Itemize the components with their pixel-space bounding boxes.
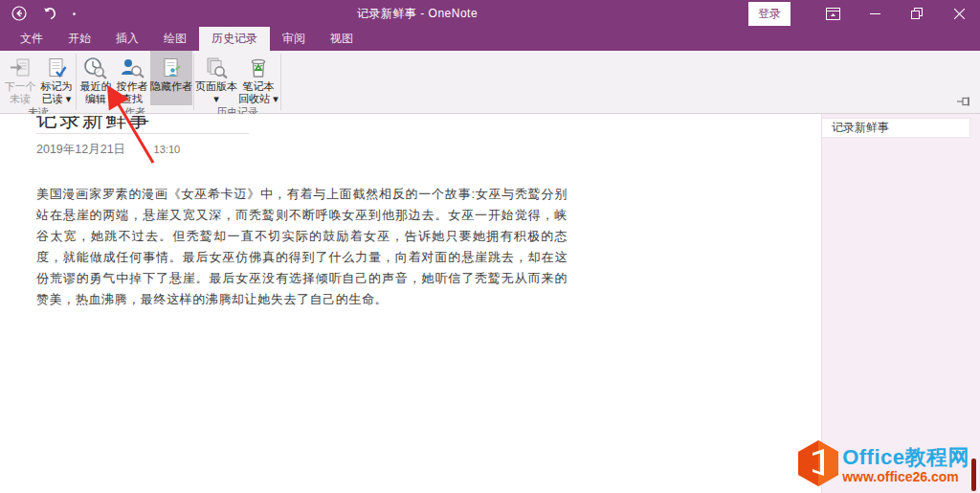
notebook-recycle-bin-icon <box>247 55 270 80</box>
undo-icon[interactable] <box>42 7 57 20</box>
ribbon-display-options-icon[interactable] <box>812 0 854 27</box>
watermark-bar <box>971 459 976 491</box>
recent-edits-icon <box>83 55 108 80</box>
back-icon[interactable] <box>11 6 27 21</box>
find-by-author-button[interactable]: 按作者 查找 <box>114 51 150 105</box>
watermark: Office教程网 www.office26.com <box>796 439 976 491</box>
button-label: 查找 <box>122 93 143 105</box>
group-separator <box>280 54 281 110</box>
customize-quick-access-icon[interactable] <box>73 12 76 15</box>
next-unread-button: 下一个 未读 <box>2 51 38 105</box>
note-body-text[interactable]: 美国漫画家罗素的漫画《女巫希卡迈》中，有着与上面截然相反的一个故事:女巫与秃鹫分… <box>36 184 568 310</box>
page-date: 2019年12月21日 <box>36 143 125 156</box>
workspace: 记录新鲜事 2019年12月21日 13:10 美国漫画家罗素的漫画《女巫希卡迈… <box>0 114 980 493</box>
button-label: 未读 <box>10 93 31 105</box>
tab-insert[interactable]: 插入 <box>103 27 151 51</box>
hide-authors-icon <box>160 55 183 80</box>
mark-as-read-button[interactable]: 标记为 已读 ▾ <box>38 51 75 105</box>
page-list-sidebar: 记录新鲜事 <box>821 114 980 493</box>
page-list-item[interactable]: 记录新鲜事 <box>822 118 970 138</box>
button-label: 最近的 <box>80 80 112 93</box>
close-button[interactable] <box>938 0 980 27</box>
page-canvas[interactable]: 记录新鲜事 2019年12月21日 13:10 美国漫画家罗素的漫画《女巫希卡迈… <box>0 114 821 493</box>
button-label: 笔记本 <box>243 80 275 93</box>
titlebar: 记录新鲜事 - OneNote 登录 <box>0 0 980 27</box>
button-label: 标记为 <box>41 80 73 93</box>
tab-history[interactable]: 历史记录 <box>199 27 270 51</box>
onenote-window: 记录新鲜事 - OneNote 登录 文件 开始 插入 绘图 历史记录 审阅 视… <box>0 0 980 493</box>
tab-home[interactable]: 开始 <box>56 27 103 51</box>
mark-as-read-icon <box>45 55 68 80</box>
group-separator <box>76 54 77 110</box>
watermark-url: www.office26.com <box>842 470 969 483</box>
ribbon-tab-bar: 文件 开始 插入 绘图 历史记录 审阅 视图 <box>0 27 980 51</box>
hide-authors-button[interactable]: 隐藏作者 <box>150 51 192 105</box>
ribbon-group-authors: 最近的 编辑 按作者 查找 隐藏作者 作者 <box>78 51 192 113</box>
recent-edits-button[interactable]: 最近的 编辑 <box>78 51 114 105</box>
button-label: 已读 ▾ <box>42 93 72 105</box>
page-date-row: 2019年12月21日 13:10 <box>36 142 821 158</box>
page-title-container[interactable]: 记录新鲜事 <box>36 116 252 129</box>
watermark-title: Office教程网 <box>842 447 969 468</box>
title-underline <box>36 133 249 134</box>
window-title: 记录新鲜事 - OneNote <box>86 6 748 22</box>
button-label: 编辑 <box>85 93 106 105</box>
tab-view[interactable]: 视图 <box>318 27 366 51</box>
login-button[interactable]: 登录 <box>748 2 791 26</box>
notebook-recycle-bin-button[interactable]: 笔记本 回收站 ▾ <box>237 51 279 105</box>
page-time: 13:10 <box>154 144 181 155</box>
office-logo-icon <box>796 439 840 491</box>
restore-button[interactable] <box>896 0 938 27</box>
quick-access-toolbar <box>11 6 86 21</box>
group-separator <box>193 54 194 110</box>
button-label: 按作者 <box>117 80 148 93</box>
ribbon-group-history: 页面版本 ▾ 笔记本 回收站 ▾ 历史记录 <box>195 51 279 113</box>
pin-ribbon-icon[interactable] <box>957 93 972 110</box>
page-versions-icon <box>204 55 229 80</box>
page-versions-button[interactable]: 页面版本 ▾ <box>195 51 237 105</box>
button-label: 页面版本 <box>195 80 237 93</box>
tab-file[interactable]: 文件 <box>8 27 56 51</box>
tab-review[interactable]: 审阅 <box>270 27 318 51</box>
minimize-button[interactable] <box>854 0 896 27</box>
next-unread-icon <box>9 55 32 80</box>
ribbon-group-unread: 下一个 未读 标记为 已读 ▾ 未读 <box>2 51 75 113</box>
button-label: 回收站 ▾ <box>238 93 278 105</box>
ribbon: 下一个 未读 标记为 已读 ▾ 未读 <box>0 51 980 114</box>
find-by-author-icon <box>120 55 145 80</box>
tab-draw[interactable]: 绘图 <box>151 27 199 51</box>
button-label: 隐藏作者 <box>150 80 192 93</box>
page-title[interactable]: 记录新鲜事 <box>36 116 252 129</box>
button-label: 下一个 <box>5 80 36 93</box>
window-controls: 登录 <box>748 0 980 27</box>
button-label: ▾ <box>213 93 219 105</box>
